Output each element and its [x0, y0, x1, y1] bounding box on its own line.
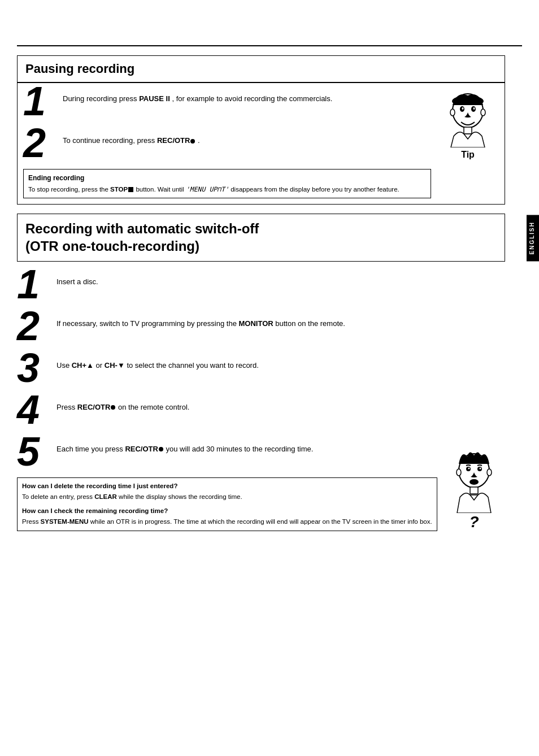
otr-steps-col: 1 Insert a disc. 2 If necessary, switch … [17, 268, 437, 531]
otr-title-line2: (OTR one-touch-recording) [25, 238, 199, 254]
otr-step2-number: 2 [17, 306, 51, 346]
pausing-step2-dot [190, 139, 195, 144]
pausing-step1-text-before: During recording press [63, 94, 139, 103]
pausing-inner: 1 During recording press PAUSE II , for … [18, 83, 505, 204]
svg-point-15 [457, 469, 461, 476]
otr-step5-dot [159, 447, 163, 451]
otr-faq-box: How can I delete the recording time I ju… [17, 477, 437, 531]
otr-step3-number: 3 [17, 347, 51, 388]
pausing-section-title: Pausing recording [18, 56, 505, 82]
svg-rect-17 [470, 487, 478, 494]
otr-step3-before: Use [56, 361, 72, 370]
faq1-title: How can I delete the recording time I ju… [22, 481, 432, 491]
svg-point-5 [473, 107, 475, 110]
otr-step2-text: If necessary, switch to TV programming b… [51, 310, 437, 329]
otr-image-col: ? [437, 268, 505, 531]
faq1-body: To delete an entry, press CLEAR while th… [22, 492, 432, 502]
top-rule [17, 45, 522, 46]
otr-step4-row: 4 Press REC/OTR on the remote control. [17, 394, 437, 430]
svg-point-14 [470, 479, 479, 485]
otr-step2-after: button on the remote. [273, 319, 345, 328]
tip-text-end: disappears from the display before you t… [229, 186, 399, 193]
pausing-tip-col: Tip [431, 85, 499, 198]
tip-stop-btn: STOP [110, 186, 128, 193]
otr-step5-before: Each time you press [56, 445, 125, 453]
pausing-step2-text-before: To continue recording, press [63, 136, 157, 145]
svg-point-13 [480, 467, 481, 469]
otr-face-illustration [446, 445, 502, 513]
otr-step3-mid: or [94, 361, 105, 370]
otr-step5-after: you will add 30 minutes to the recording… [164, 445, 313, 453]
tip-box-body: To stop recording, press the STOP button… [28, 185, 426, 194]
svg-point-12 [468, 467, 470, 469]
otr-step4-recotr-btn: REC/OTR [77, 403, 111, 411]
otr-step1-number: 1 [17, 264, 51, 305]
side-tab-english: ENGLISH [527, 215, 539, 261]
faq2-title: How can I check the remaining recording … [22, 506, 432, 516]
otr-step1-row: 1 Insert a disc. [17, 268, 437, 305]
svg-point-6 [450, 109, 455, 116]
pausing-step2-row: 2 To continue recording, press REC/OTR . [23, 127, 431, 163]
pausing-section-box: Pausing recording 1 During recording pre… [17, 55, 505, 205]
otr-step4-text: Press REC/OTR on the remote control. [51, 394, 437, 413]
pausing-step2-text-after: . [195, 136, 199, 145]
faq2-before: Press [22, 518, 41, 525]
svg-point-16 [487, 469, 492, 476]
tip-menu-text: 'MENU UP⊓T' [186, 185, 229, 193]
otr-step2-before: If necessary, switch to TV programming b… [56, 319, 239, 328]
otr-step1-text: Insert a disc. [51, 268, 437, 288]
pausing-step1-text-after: , for example to avoid recording the com… [170, 94, 333, 103]
tip-face-illustration [440, 85, 496, 147]
pausing-steps: 1 During recording press PAUSE II , for … [23, 85, 431, 198]
faq1-before: To delete an entry, press [22, 493, 94, 500]
pausing-step1-pause-btn: PAUSE II [139, 94, 170, 103]
otr-steps-main: 1 Insert a disc. 2 If necessary, switch … [17, 268, 505, 531]
otr-title-line1: Recording with automatic switch-off [25, 221, 259, 236]
otr-step3-after: to select the channel you want to record… [125, 361, 259, 370]
otr-step5-text: Each time you press REC/OTR you will add… [51, 436, 437, 455]
otr-steps-area: 1 Insert a disc. 2 If necessary, switch … [17, 268, 505, 531]
otr-step4-dot [111, 405, 115, 410]
otr-step4-number: 4 [17, 389, 51, 430]
svg-point-7 [481, 109, 485, 116]
svg-rect-8 [464, 127, 472, 134]
otr-step5-row: 5 Each time you press REC/OTR you will a… [17, 436, 437, 472]
pausing-step2-recotr-btn: REC/OTR [157, 136, 190, 145]
otr-step3-chdown-btn: CH-▼ [105, 361, 125, 370]
svg-point-4 [462, 107, 464, 110]
pausing-step1-text: During recording press PAUSE II , for ex… [57, 85, 431, 105]
otr-step4-after: on the remote control. [116, 403, 189, 411]
otr-step3-text: Use CH+▲ or CH-▼ to select the channel y… [51, 352, 437, 371]
main-content: Pausing recording 1 During recording pre… [17, 55, 522, 531]
tip-label: Tip [461, 150, 475, 160]
otr-step5-number: 5 [17, 431, 51, 472]
otr-step2-monitor-btn: MONITOR [239, 319, 273, 328]
otr-step2-row: 2 If necessary, switch to TV programming… [17, 310, 437, 346]
otr-step3-row: 3 Use CH+▲ or CH-▼ to select the channel… [17, 352, 437, 388]
faq1-clear-btn: CLEAR [94, 493, 117, 500]
otr-step3-chup-btn: CH+▲ [72, 361, 94, 370]
pausing-step1-row: 1 During recording press PAUSE II , for … [23, 85, 431, 121]
otr-section-box: Recording with automatic switch-off (OTR… [17, 214, 505, 261]
question-mark-label: ? [469, 513, 479, 531]
otr-step5-recotr-btn: REC/OTR [125, 445, 158, 453]
tip-text-mid: button. Wait until [134, 186, 186, 193]
pausing-step1-number: 1 [23, 81, 57, 121]
page-container: ENGLISH Pausing recording 1 During recor… [0, 45, 539, 756]
faq2-after: while an OTR is in progress. The time at… [89, 518, 432, 525]
tip-text-before: To stop recording, press the [28, 186, 110, 193]
pausing-step2-number: 2 [23, 123, 57, 163]
tip-box-title: Ending recording [28, 173, 426, 183]
faq2-body: Press SYSTEM-MENU while an OTR is in pro… [22, 517, 432, 527]
faq1-after: while the display shows the recording ti… [117, 493, 242, 500]
otr-step4-before: Press [56, 403, 77, 411]
otr-section-title: Recording with automatic switch-off (OTR… [18, 214, 505, 260]
tip-stop-square [128, 187, 133, 192]
pausing-step2-text: To continue recording, press REC/OTR . [57, 127, 431, 146]
faq2-sysmenu-btn: SYSTEM-MENU [41, 518, 89, 525]
tip-box: Ending recording To stop recording, pres… [23, 169, 431, 198]
